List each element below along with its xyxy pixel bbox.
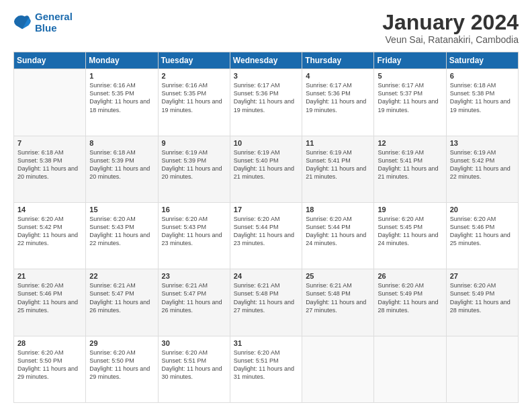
calendar-cell: 19Sunrise: 6:20 AM Sunset: 5:45 PM Dayli… <box>374 202 446 269</box>
calendar-cell: 21Sunrise: 6:20 AM Sunset: 5:46 PM Dayli… <box>14 269 86 336</box>
day-content: Sunrise: 6:20 AM Sunset: 5:45 PM Dayligh… <box>378 215 442 248</box>
day-number: 21 <box>17 272 82 280</box>
day-content: Sunrise: 6:20 AM Sunset: 5:50 PM Dayligh… <box>89 349 154 381</box>
day-number: 10 <box>234 139 298 147</box>
day-content: Sunrise: 6:21 AM Sunset: 5:47 PM Dayligh… <box>162 281 226 314</box>
calendar-cell: 12Sunrise: 6:19 AM Sunset: 5:41 PM Dayli… <box>374 136 446 202</box>
logo: General Blue <box>13 11 73 34</box>
day-content: Sunrise: 6:21 AM Sunset: 5:48 PM Dayligh… <box>234 281 298 314</box>
day-content: Sunrise: 6:19 AM Sunset: 5:40 PM Dayligh… <box>234 148 298 181</box>
calendar-cell: 24Sunrise: 6:21 AM Sunset: 5:48 PM Dayli… <box>230 269 302 336</box>
day-number: 9 <box>162 139 226 147</box>
calendar-cell: 15Sunrise: 6:20 AM Sunset: 5:43 PM Dayli… <box>86 202 158 269</box>
calendar-table: SundayMondayTuesdayWednesdayThursdayFrid… <box>13 52 519 403</box>
calendar-cell: 30Sunrise: 6:20 AM Sunset: 5:51 PM Dayli… <box>158 336 230 402</box>
calendar-day-header: Monday <box>86 52 158 69</box>
day-content: Sunrise: 6:16 AM Sunset: 5:35 PM Dayligh… <box>89 81 154 114</box>
calendar-cell: 4Sunrise: 6:17 AM Sunset: 5:36 PM Daylig… <box>302 69 374 136</box>
day-content: Sunrise: 6:20 AM Sunset: 5:44 PM Dayligh… <box>306 215 370 248</box>
day-number: 23 <box>162 272 226 280</box>
day-number: 26 <box>378 272 442 280</box>
calendar-week-row: 7Sunrise: 6:18 AM Sunset: 5:38 PM Daylig… <box>14 136 519 202</box>
day-number: 27 <box>450 272 515 280</box>
day-content: Sunrise: 6:16 AM Sunset: 5:35 PM Dayligh… <box>162 81 226 114</box>
day-number: 7 <box>17 139 82 147</box>
calendar-week-row: 14Sunrise: 6:20 AM Sunset: 5:42 PM Dayli… <box>14 202 519 269</box>
day-content: Sunrise: 6:21 AM Sunset: 5:48 PM Dayligh… <box>306 281 370 314</box>
day-number: 22 <box>89 272 154 280</box>
day-content: Sunrise: 6:20 AM Sunset: 5:43 PM Dayligh… <box>89 215 154 248</box>
calendar-day-header: Friday <box>374 52 446 69</box>
header: General Blue January 2024 Veun Sai, Rata… <box>13 11 519 45</box>
day-content: Sunrise: 6:20 AM Sunset: 5:50 PM Dayligh… <box>17 349 82 381</box>
day-content: Sunrise: 6:20 AM Sunset: 5:49 PM Dayligh… <box>378 281 442 314</box>
calendar-cell: 3Sunrise: 6:17 AM Sunset: 5:36 PM Daylig… <box>230 69 302 136</box>
page: General Blue January 2024 Veun Sai, Rata… <box>0 0 532 411</box>
calendar-cell: 10Sunrise: 6:19 AM Sunset: 5:40 PM Dayli… <box>230 136 302 202</box>
day-content: Sunrise: 6:17 AM Sunset: 5:36 PM Dayligh… <box>306 81 370 114</box>
calendar-cell <box>14 69 86 136</box>
calendar-cell: 2Sunrise: 6:16 AM Sunset: 5:35 PM Daylig… <box>158 69 230 136</box>
calendar-cell: 1Sunrise: 6:16 AM Sunset: 5:35 PM Daylig… <box>86 69 158 136</box>
calendar-day-header: Saturday <box>446 52 518 69</box>
day-content: Sunrise: 6:17 AM Sunset: 5:37 PM Dayligh… <box>378 81 442 114</box>
day-content: Sunrise: 6:19 AM Sunset: 5:41 PM Dayligh… <box>378 148 442 181</box>
calendar-cell <box>446 336 518 402</box>
calendar-cell: 29Sunrise: 6:20 AM Sunset: 5:50 PM Dayli… <box>86 336 158 402</box>
day-content: Sunrise: 6:21 AM Sunset: 5:47 PM Dayligh… <box>89 281 154 314</box>
day-content: Sunrise: 6:18 AM Sunset: 5:39 PM Dayligh… <box>89 148 154 181</box>
calendar-cell: 6Sunrise: 6:18 AM Sunset: 5:38 PM Daylig… <box>446 69 518 136</box>
day-content: Sunrise: 6:18 AM Sunset: 5:38 PM Dayligh… <box>17 148 82 181</box>
calendar-cell: 25Sunrise: 6:21 AM Sunset: 5:48 PM Dayli… <box>302 269 374 336</box>
calendar-cell <box>302 336 374 402</box>
day-number: 19 <box>378 205 442 214</box>
day-content: Sunrise: 6:20 AM Sunset: 5:46 PM Dayligh… <box>17 281 82 314</box>
calendar-cell <box>374 336 446 402</box>
day-content: Sunrise: 6:20 AM Sunset: 5:43 PM Dayligh… <box>162 215 226 248</box>
day-number: 16 <box>162 205 226 214</box>
day-number: 30 <box>162 339 226 347</box>
day-number: 1 <box>89 72 154 80</box>
calendar-cell: 16Sunrise: 6:20 AM Sunset: 5:43 PM Dayli… <box>158 202 230 269</box>
day-number: 14 <box>17 205 82 214</box>
calendar-cell: 11Sunrise: 6:19 AM Sunset: 5:41 PM Dayli… <box>302 136 374 202</box>
day-content: Sunrise: 6:19 AM Sunset: 5:41 PM Dayligh… <box>306 148 370 181</box>
calendar-week-row: 28Sunrise: 6:20 AM Sunset: 5:50 PM Dayli… <box>14 336 519 402</box>
calendar-cell: 22Sunrise: 6:21 AM Sunset: 5:47 PM Dayli… <box>86 269 158 336</box>
calendar-day-header: Wednesday <box>230 52 302 69</box>
calendar-cell: 23Sunrise: 6:21 AM Sunset: 5:47 PM Dayli… <box>158 269 230 336</box>
day-content: Sunrise: 6:20 AM Sunset: 5:44 PM Dayligh… <box>234 215 298 248</box>
day-number: 20 <box>450 205 515 214</box>
calendar-week-row: 1Sunrise: 6:16 AM Sunset: 5:35 PM Daylig… <box>14 69 519 136</box>
calendar-cell: 27Sunrise: 6:20 AM Sunset: 5:49 PM Dayli… <box>446 269 518 336</box>
day-content: Sunrise: 6:18 AM Sunset: 5:38 PM Dayligh… <box>450 81 515 114</box>
day-number: 18 <box>306 205 370 214</box>
calendar-cell: 31Sunrise: 6:20 AM Sunset: 5:51 PM Dayli… <box>230 336 302 402</box>
calendar-day-header: Thursday <box>302 52 374 69</box>
day-content: Sunrise: 6:20 AM Sunset: 5:46 PM Dayligh… <box>450 215 515 248</box>
calendar-day-header: Tuesday <box>158 52 230 69</box>
day-content: Sunrise: 6:20 AM Sunset: 5:49 PM Dayligh… <box>450 281 515 314</box>
day-number: 13 <box>450 139 515 147</box>
day-content: Sunrise: 6:20 AM Sunset: 5:42 PM Dayligh… <box>17 215 82 248</box>
calendar-cell: 13Sunrise: 6:19 AM Sunset: 5:42 PM Dayli… <box>446 136 518 202</box>
calendar-cell: 14Sunrise: 6:20 AM Sunset: 5:42 PM Dayli… <box>14 202 86 269</box>
calendar-cell: 8Sunrise: 6:18 AM Sunset: 5:39 PM Daylig… <box>86 136 158 202</box>
logo-text: General Blue <box>35 11 73 34</box>
title-block: January 2024 Veun Sai, Ratanakiri, Cambo… <box>382 11 519 45</box>
calendar-cell: 26Sunrise: 6:20 AM Sunset: 5:49 PM Dayli… <box>374 269 446 336</box>
day-number: 4 <box>306 72 370 80</box>
calendar-cell: 28Sunrise: 6:20 AM Sunset: 5:50 PM Dayli… <box>14 336 86 402</box>
day-content: Sunrise: 6:20 AM Sunset: 5:51 PM Dayligh… <box>234 349 298 381</box>
calendar-cell: 20Sunrise: 6:20 AM Sunset: 5:46 PM Dayli… <box>446 202 518 269</box>
day-number: 3 <box>234 72 298 80</box>
day-number: 2 <box>162 72 226 80</box>
calendar-cell: 9Sunrise: 6:19 AM Sunset: 5:39 PM Daylig… <box>158 136 230 202</box>
day-number: 24 <box>234 272 298 280</box>
main-title: January 2024 <box>382 11 519 34</box>
calendar-cell: 5Sunrise: 6:17 AM Sunset: 5:37 PM Daylig… <box>374 69 446 136</box>
calendar-day-header: Sunday <box>14 52 86 69</box>
calendar-cell: 18Sunrise: 6:20 AM Sunset: 5:44 PM Dayli… <box>302 202 374 269</box>
day-number: 15 <box>89 205 154 214</box>
day-number: 31 <box>234 339 298 347</box>
